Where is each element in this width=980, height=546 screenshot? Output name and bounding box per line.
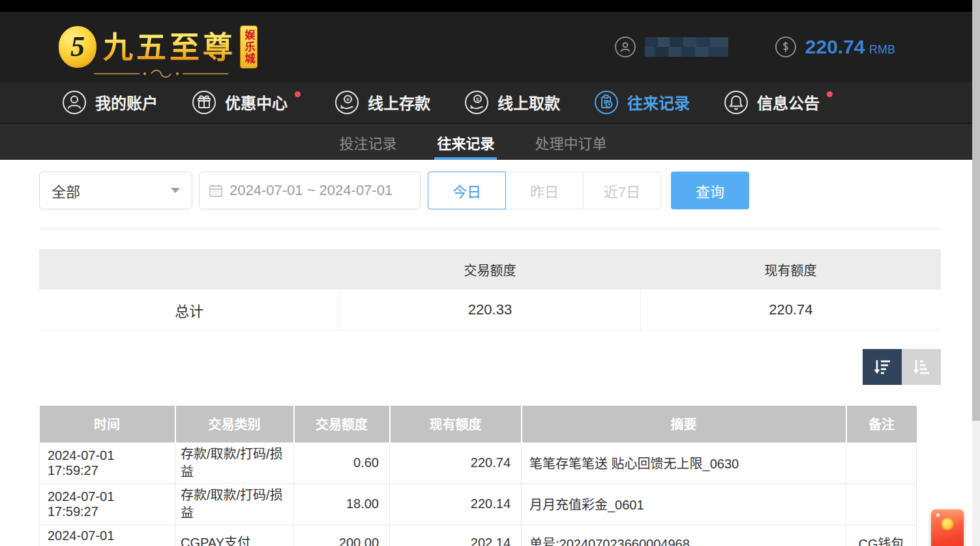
summary-total-label: 总计: [39, 290, 339, 330]
records-icon: [594, 90, 619, 115]
col-header-note: 备注: [846, 406, 917, 442]
top-black-strip: [0, 0, 980, 12]
dollar-coin-icon: [775, 37, 796, 57]
cell-note: [846, 483, 917, 524]
balance-amount: 220.74: [805, 36, 865, 57]
user-avatar-icon: [615, 37, 636, 57]
main-nav: 我的账户 优惠中心 ¥ 线上存款 $ 线上取款 往来: [0, 82, 980, 123]
table-row: 2024-07-01 17:59:27 存款/取款/打码/损益 18.00 22…: [40, 483, 917, 524]
gift-icon: [192, 90, 216, 115]
cell-balance: 220.74: [390, 442, 522, 483]
balance-currency: RMB: [869, 43, 895, 56]
balance-display[interactable]: 220.74 RMB: [775, 36, 895, 58]
summary-header-row: 交易额度 现有额度: [39, 249, 941, 290]
cell-balance: 220.14: [390, 483, 522, 524]
table-row: 2024-07-01 17:59:27 存款/取款/打码/损益 0.60 220…: [40, 442, 917, 483]
sort-desc-icon: [872, 358, 892, 376]
logo-flourish-decoration: [93, 70, 230, 78]
site-logo[interactable]: 5 九五至尊 娱乐城: [59, 12, 258, 82]
tab-transaction-records[interactable]: 往来记录: [434, 124, 497, 160]
cell-amount: 0.60: [294, 442, 390, 483]
table-header-row: 时间 交易类别 交易额度 现有额度 摘要 备注: [40, 406, 917, 442]
nav-label: 往来记录: [627, 91, 690, 114]
quick-last7days-button[interactable]: 近7日: [583, 172, 661, 209]
quick-today-button[interactable]: 今日: [428, 172, 506, 209]
nav-item-withdraw[interactable]: $ 线上取款: [464, 90, 560, 115]
chevron-down-icon: [171, 188, 180, 193]
page-scrollbar[interactable]: [972, 0, 980, 546]
cell-type: 存款/取款/打码/损益: [175, 483, 294, 524]
quick-yesterday-button[interactable]: 昨日: [505, 172, 584, 209]
deposit-icon: ¥: [334, 90, 359, 115]
sort-toolbar: [39, 349, 941, 385]
brand-title: 九五至尊: [103, 32, 236, 62]
cell-summary: 月月充值彩金_0601: [522, 483, 846, 524]
date-range-input[interactable]: 2024-07-01 ~ 2024-07-01: [199, 172, 421, 209]
nav-item-transaction-records[interactable]: 往来记录: [594, 90, 690, 115]
search-button[interactable]: 查询: [671, 172, 749, 209]
date-range-value: 2024-07-01 ~ 2024-07-01: [230, 182, 393, 199]
user-info[interactable]: [615, 37, 728, 57]
cell-summary: 笔笔存笔笔送 贴心回馈无上限_0630: [522, 442, 846, 483]
cell-note: CG钱包: [846, 524, 917, 546]
nav-label: 我的账户: [95, 91, 158, 114]
col-header-balance: 现有额度: [390, 406, 522, 442]
site-header: 5 九五至尊 娱乐城 220.74 RMB: [0, 12, 980, 82]
col-header-summary: 摘要: [522, 406, 846, 442]
nav-label: 优惠中心: [225, 91, 288, 114]
summary-header-empty: [39, 249, 340, 290]
withdraw-icon: $: [464, 90, 489, 115]
username-blurred: [645, 37, 728, 57]
cell-type: CGPAY支付: [175, 524, 294, 546]
notification-dot: [295, 91, 301, 97]
nav-item-deposit[interactable]: ¥ 线上存款: [334, 90, 430, 115]
nav-item-announcements[interactable]: 信息公告: [724, 90, 833, 115]
type-select-value: 全部: [52, 180, 80, 201]
sort-descending-button[interactable]: [863, 349, 902, 385]
table-row: 2024-07-01 17:59:18 CGPAY支付 200.00 202.1…: [40, 524, 917, 546]
summary-total-row: 总计 220.33 220.74: [39, 290, 941, 331]
sort-asc-icon: [912, 358, 931, 376]
cell-time: 2024-07-01 17:59:27: [40, 442, 175, 483]
summary-table: 交易额度 现有额度 总计 220.33 220.74: [39, 249, 941, 331]
red-envelope-widget[interactable]: [931, 509, 964, 546]
cell-summary: 单号:202407023660004968: [522, 524, 846, 546]
calendar-icon: [209, 183, 223, 198]
records-tabbar: 投注记录 往来记录 处理中订单: [0, 123, 980, 160]
section-divider: [39, 228, 941, 229]
summary-header-balance: 现有额度: [640, 249, 941, 290]
col-header-type: 交易类别: [175, 406, 294, 442]
cell-balance: 202.14: [390, 524, 522, 546]
notification-dot: [827, 91, 833, 97]
svg-text:$: $: [476, 96, 479, 102]
cell-amount: 18.00: [294, 483, 390, 524]
summary-trade-total: 220.33: [339, 290, 640, 330]
col-header-amount: 交易额度: [294, 406, 390, 442]
sort-ascending-button[interactable]: [902, 349, 941, 385]
nav-item-my-account[interactable]: 我的账户: [62, 90, 158, 115]
cell-type: 存款/取款/打码/损益: [175, 442, 294, 483]
cell-time: 2024-07-01 17:59:27: [40, 483, 175, 524]
summary-header-trade: 交易额度: [340, 249, 640, 290]
envelope-gold-coin-icon: [941, 517, 954, 530]
nav-label: 线上存款: [368, 91, 430, 114]
nav-item-promotions[interactable]: 优惠中心: [192, 90, 301, 115]
cell-note: [846, 442, 917, 483]
summary-balance-total: 220.74: [640, 290, 941, 330]
transactions-table: 时间 交易类别 交易额度 现有额度 摘要 备注 2024-07-01 17:59…: [39, 406, 917, 546]
nav-label: 信息公告: [757, 91, 820, 114]
filter-bar: 全部 2024-07-01 ~ 2024-07-01 今日 昨日 近7日 查询: [39, 172, 941, 209]
logo-95-emblem: 5: [59, 26, 97, 68]
cell-amount: 200.00: [294, 524, 390, 546]
tab-pending-orders[interactable]: 处理中订单: [533, 124, 610, 160]
svg-text:¥: ¥: [346, 97, 349, 102]
cell-time: 2024-07-01 17:59:18: [40, 524, 175, 546]
scrollbar-thumb[interactable]: [972, 0, 980, 421]
account-icon: [62, 90, 87, 115]
envelope-sparkle: [936, 513, 940, 517]
nav-label: 线上取款: [497, 91, 560, 114]
quick-date-group: 今日 昨日 近7日: [428, 172, 661, 209]
tab-bet-records[interactable]: 投注记录: [336, 124, 399, 160]
type-select[interactable]: 全部: [39, 172, 192, 209]
bell-icon: [724, 90, 749, 115]
